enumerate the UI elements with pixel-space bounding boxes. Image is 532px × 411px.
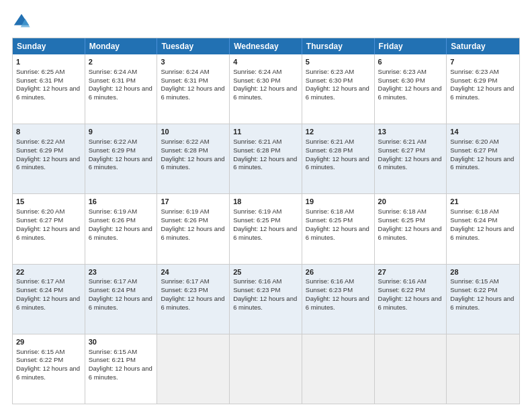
day-number: 16 — [89, 197, 154, 207]
calendar-cell: 11Sunrise: 6:21 AM Sunset: 6:28 PM Dayli… — [230, 124, 302, 193]
day-number: 5 — [306, 57, 371, 67]
day-number: 10 — [161, 127, 226, 137]
day-number: 2 — [89, 57, 154, 67]
calendar-cell: 7Sunrise: 6:23 AM Sunset: 6:29 PM Daylig… — [447, 54, 519, 124]
calendar-row-5: 29Sunrise: 6:15 AM Sunset: 6:22 PM Dayli… — [13, 334, 519, 404]
calendar-cell: 3Sunrise: 6:24 AM Sunset: 6:31 PM Daylig… — [157, 54, 230, 124]
logo — [12, 12, 34, 31]
day-number: 6 — [378, 57, 443, 67]
calendar-cell — [447, 334, 519, 404]
calendar-cell: 5Sunrise: 6:23 AM Sunset: 6:30 PM Daylig… — [302, 54, 375, 124]
calendar-cell: 4Sunrise: 6:24 AM Sunset: 6:30 PM Daylig… — [230, 54, 302, 124]
calendar-cell: 6Sunrise: 6:23 AM Sunset: 6:30 PM Daylig… — [375, 54, 447, 124]
day-number: 22 — [16, 267, 81, 277]
day-number: 30 — [89, 337, 154, 347]
calendar-body: 1Sunrise: 6:25 AM Sunset: 6:31 PM Daylig… — [13, 54, 519, 404]
day-of-week-monday: Monday — [85, 38, 158, 54]
calendar-cell: 20Sunrise: 6:18 AM Sunset: 6:25 PM Dayli… — [375, 194, 447, 263]
day-number: 23 — [89, 267, 154, 277]
calendar-row-2: 8Sunrise: 6:22 AM Sunset: 6:29 PM Daylig… — [13, 124, 519, 193]
calendar-cell: 27Sunrise: 6:16 AM Sunset: 6:22 PM Dayli… — [375, 265, 447, 334]
day-number: 4 — [233, 57, 298, 67]
day-of-week-friday: Friday — [375, 38, 447, 54]
calendar-cell: 21Sunrise: 6:18 AM Sunset: 6:24 PM Dayli… — [447, 194, 519, 263]
calendar-cell: 9Sunrise: 6:22 AM Sunset: 6:29 PM Daylig… — [85, 124, 158, 193]
day-number: 11 — [233, 127, 298, 137]
calendar-cell: 17Sunrise: 6:19 AM Sunset: 6:26 PM Dayli… — [157, 194, 230, 263]
calendar-cell: 13Sunrise: 6:21 AM Sunset: 6:27 PM Dayli… — [375, 124, 447, 193]
day-number: 18 — [233, 197, 298, 207]
day-number: 19 — [306, 197, 371, 207]
page: SundayMondayTuesdayWednesdayThursdayFrid… — [0, 0, 532, 411]
calendar-cell: 26Sunrise: 6:16 AM Sunset: 6:23 PM Dayli… — [302, 265, 375, 334]
day-number: 3 — [161, 57, 226, 67]
day-number: 21 — [450, 197, 516, 207]
calendar-header: SundayMondayTuesdayWednesdayThursdayFrid… — [13, 38, 519, 54]
calendar-cell: 1Sunrise: 6:25 AM Sunset: 6:31 PM Daylig… — [13, 54, 85, 124]
calendar-cell: 28Sunrise: 6:15 AM Sunset: 6:22 PM Dayli… — [447, 265, 519, 334]
calendar-cell: 23Sunrise: 6:17 AM Sunset: 6:24 PM Dayli… — [85, 265, 158, 334]
calendar-cell: 14Sunrise: 6:20 AM Sunset: 6:27 PM Dayli… — [447, 124, 519, 193]
calendar-row-1: 1Sunrise: 6:25 AM Sunset: 6:31 PM Daylig… — [13, 54, 519, 124]
day-number: 26 — [306, 267, 371, 277]
calendar-row-3: 15Sunrise: 6:20 AM Sunset: 6:27 PM Dayli… — [13, 193, 519, 263]
day-number: 25 — [233, 267, 298, 277]
calendar-cell: 15Sunrise: 6:20 AM Sunset: 6:27 PM Dayli… — [13, 194, 85, 263]
day-number: 15 — [16, 197, 81, 207]
day-number: 20 — [378, 197, 443, 207]
day-of-week-tuesday: Tuesday — [157, 38, 230, 54]
calendar-cell: 30Sunrise: 6:15 AM Sunset: 6:21 PM Dayli… — [85, 334, 158, 404]
calendar-cell: 12Sunrise: 6:21 AM Sunset: 6:28 PM Dayli… — [302, 124, 375, 193]
calendar-cell — [375, 334, 447, 404]
logo-icon — [12, 12, 31, 31]
calendar-cell: 8Sunrise: 6:22 AM Sunset: 6:29 PM Daylig… — [13, 124, 85, 193]
day-number: 17 — [161, 197, 226, 207]
day-of-week-thursday: Thursday — [302, 38, 375, 54]
day-number: 13 — [378, 127, 443, 137]
calendar: SundayMondayTuesdayWednesdayThursdayFrid… — [12, 38, 520, 404]
day-number: 9 — [89, 127, 154, 137]
calendar-cell: 19Sunrise: 6:18 AM Sunset: 6:25 PM Dayli… — [302, 194, 375, 263]
header — [12, 12, 520, 31]
day-of-week-saturday: Saturday — [447, 38, 519, 54]
calendar-cell — [157, 334, 230, 404]
calendar-cell: 22Sunrise: 6:17 AM Sunset: 6:24 PM Dayli… — [13, 265, 85, 334]
day-of-week-sunday: Sunday — [13, 38, 85, 54]
day-number: 1 — [16, 57, 81, 67]
calendar-cell: 2Sunrise: 6:24 AM Sunset: 6:31 PM Daylig… — [85, 54, 158, 124]
calendar-cell — [230, 334, 302, 404]
day-number: 14 — [450, 127, 516, 137]
calendar-cell: 24Sunrise: 6:17 AM Sunset: 6:23 PM Dayli… — [157, 265, 230, 334]
day-number: 8 — [16, 127, 81, 137]
day-number: 29 — [16, 337, 81, 347]
calendar-cell: 18Sunrise: 6:19 AM Sunset: 6:25 PM Dayli… — [230, 194, 302, 263]
calendar-cell: 16Sunrise: 6:19 AM Sunset: 6:26 PM Dayli… — [85, 194, 158, 263]
calendar-cell: 25Sunrise: 6:16 AM Sunset: 6:23 PM Dayli… — [230, 265, 302, 334]
day-number: 7 — [450, 57, 516, 67]
day-number: 28 — [450, 267, 516, 277]
day-number: 12 — [306, 127, 371, 137]
day-number: 27 — [378, 267, 443, 277]
day-of-week-wednesday: Wednesday — [230, 38, 302, 54]
calendar-cell: 10Sunrise: 6:22 AM Sunset: 6:28 PM Dayli… — [157, 124, 230, 193]
calendar-cell — [302, 334, 375, 404]
day-number: 24 — [161, 267, 226, 277]
calendar-row-4: 22Sunrise: 6:17 AM Sunset: 6:24 PM Dayli… — [13, 264, 519, 334]
calendar-cell: 29Sunrise: 6:15 AM Sunset: 6:22 PM Dayli… — [13, 334, 85, 404]
